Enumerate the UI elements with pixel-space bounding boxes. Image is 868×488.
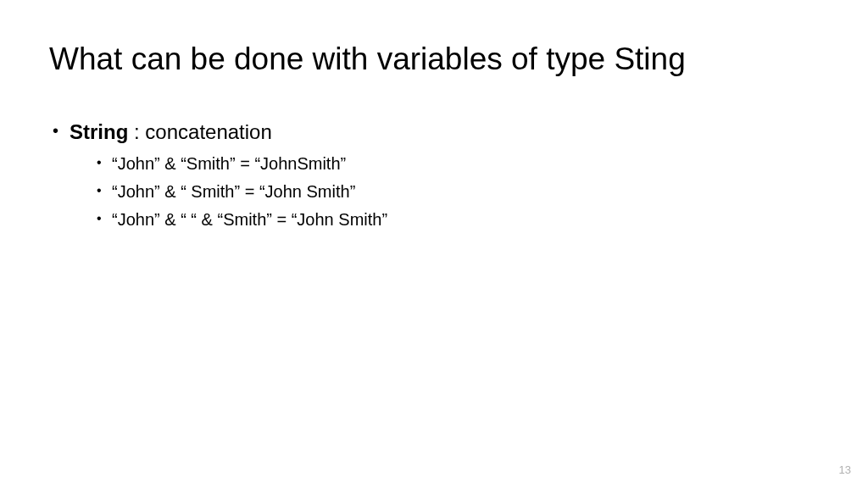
bullet-marker: • (53, 119, 70, 141)
slide-content: • String : concatenation • “John” & “Smi… (49, 119, 819, 230)
example-text: “John” & “ “ & “Smith” = “John Smith” (112, 208, 819, 231)
bullet-rest: : concatenation (128, 120, 271, 143)
bullet-strong: String (70, 120, 128, 143)
bullet-text: String : concatenation (70, 119, 819, 145)
bullet-level-2: • “John” & “ “ & “Smith” = “John Smith” (97, 208, 819, 231)
bullet-marker: • (97, 153, 112, 172)
slide-title: What can be done with variables of type … (49, 41, 819, 78)
example-text: “John” & “ Smith” = “John Smith” (112, 180, 819, 203)
page-number: 13 (839, 463, 851, 476)
bullet-level-2: • “John” & “Smith” = “JohnSmith” (97, 152, 819, 175)
bullet-level-2: • “John” & “ Smith” = “John Smith” (97, 180, 819, 203)
bullet-marker: • (97, 181, 112, 200)
bullet-marker: • (97, 209, 112, 228)
slide: What can be done with variables of type … (0, 0, 868, 488)
example-text: “John” & “Smith” = “JohnSmith” (112, 152, 819, 175)
sub-bullet-list: • “John” & “Smith” = “JohnSmith” • “John… (97, 152, 819, 231)
bullet-level-1: • String : concatenation (53, 119, 819, 145)
